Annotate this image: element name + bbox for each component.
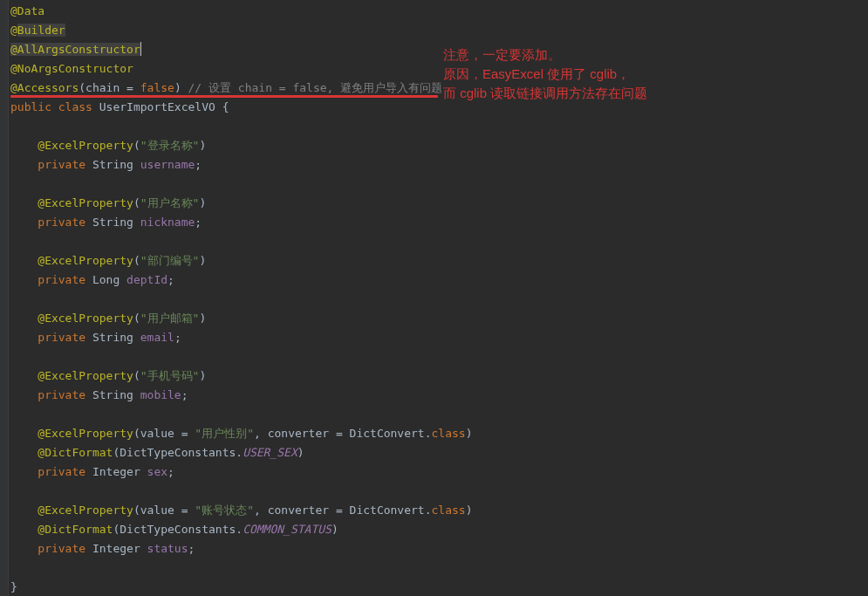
- paren: ): [199, 312, 206, 325]
- type-string: String: [92, 331, 140, 344]
- annotation-accessors: @Accessors: [10, 81, 79, 94]
- code-line: private String nickname;: [10, 213, 868, 232]
- paren: ): [199, 196, 206, 209]
- args: ): [466, 504, 473, 517]
- args: (value =: [133, 427, 195, 440]
- args: (DictTypeConstants.: [113, 523, 243, 536]
- annotation-excelprop: @ExcelProperty: [38, 139, 133, 152]
- param-chain: chain =: [85, 81, 140, 94]
- args: ): [331, 523, 338, 536]
- red-note-line1: 注意，一定要添加。: [443, 45, 561, 65]
- field-nickname: nickname: [140, 216, 195, 229]
- keyword-false: false: [140, 81, 174, 94]
- comment-text: // 设置 chain = false, 避免用户导入有问题: [181, 81, 443, 94]
- args: , converter = DictConvert.: [254, 427, 432, 440]
- paren: (: [133, 254, 140, 267]
- code-line: private Integer status;: [10, 539, 868, 558]
- annotation-builder: Builder: [17, 24, 65, 37]
- paren: ): [199, 369, 206, 382]
- code-line: private Long deptId;: [10, 271, 868, 290]
- kw-private: private: [38, 465, 92, 478]
- code-line: private Integer sex;: [10, 462, 868, 482]
- code-line: private String email;: [10, 328, 868, 347]
- paren: ): [199, 139, 206, 152]
- semi: ;: [188, 542, 195, 555]
- annotation-excelprop: @ExcelProperty: [38, 254, 133, 267]
- args: ): [297, 446, 304, 459]
- paren: (: [133, 139, 140, 152]
- paren: ): [199, 254, 206, 267]
- annotation-noargs: @NoArgsConstructor: [10, 62, 133, 75]
- string-literal: "部门编号": [140, 254, 200, 267]
- kw-private: private: [38, 331, 92, 344]
- code-line: @ExcelProperty("部门编号"): [10, 251, 868, 271]
- const-commonstatus: COMMON_STATUS: [243, 523, 331, 536]
- close-brace: }: [10, 580, 17, 593]
- paren: (: [133, 369, 140, 382]
- blank-line: [10, 558, 868, 578]
- blank-line: [10, 482, 868, 501]
- code-line: @Data: [10, 2, 868, 21]
- type-string: String: [92, 216, 140, 229]
- semi: ;: [195, 216, 202, 229]
- code-line: @ExcelProperty("用户邮箱"): [10, 309, 868, 328]
- kw-private: private: [38, 216, 92, 229]
- kw-class: class: [432, 427, 466, 440]
- paren-close: ): [174, 81, 181, 94]
- red-underline-annotation: [10, 95, 438, 98]
- type-string: String: [92, 388, 140, 401]
- blank-line: [10, 347, 868, 367]
- field-status: status: [147, 542, 188, 555]
- semi: ;: [167, 273, 174, 286]
- kw-private: private: [38, 542, 92, 555]
- code-line: }: [10, 578, 868, 596]
- field-sex: sex: [147, 465, 167, 478]
- type-long: Long: [92, 273, 126, 286]
- const-usersex: USER_SEX: [243, 446, 297, 459]
- annotation-excelprop: @ExcelProperty: [38, 196, 133, 209]
- args: (DictTypeConstants.: [113, 446, 243, 459]
- annotation-excelprop: @ExcelProperty: [38, 427, 133, 440]
- red-note-line3: 而 cglib 读取链接调用方法存在问题: [443, 84, 647, 103]
- blank-line: [10, 232, 868, 251]
- kw-private: private: [38, 388, 92, 401]
- annotation-allargs: @AllArgsConstructor: [10, 43, 140, 56]
- field-deptid: deptId: [126, 273, 167, 286]
- kw-public: public: [10, 100, 58, 113]
- text-cursor: [140, 42, 141, 56]
- open-brace: {: [215, 100, 229, 113]
- blank-line: [10, 405, 868, 424]
- kw-class: class: [432, 504, 466, 517]
- annotation-dictformat: @DictFormat: [38, 446, 113, 459]
- field-email: email: [140, 331, 174, 344]
- field-username: username: [140, 158, 195, 171]
- semi: ;: [181, 388, 188, 401]
- kw-private: private: [38, 158, 92, 171]
- annotation-excelprop: @ExcelProperty: [38, 312, 133, 325]
- type-integer: Integer: [92, 465, 147, 478]
- code-line: private String username;: [10, 155, 868, 175]
- code-line: @Builder: [10, 21, 868, 40]
- kw-class: class: [58, 100, 99, 113]
- string-literal: "手机号码": [140, 369, 200, 382]
- code-line: public class UserImportExcelVO {: [10, 98, 868, 117]
- code-line: private String mobile;: [10, 386, 868, 405]
- paren: (: [133, 312, 140, 325]
- string-literal: "用户邮箱": [140, 312, 200, 325]
- field-mobile: mobile: [140, 388, 181, 401]
- code-line: @ExcelProperty(value = "账号状态", converter…: [10, 501, 868, 520]
- args: ): [466, 427, 473, 440]
- annotation-excelprop: @ExcelProperty: [38, 504, 133, 517]
- annotation-excelprop: @ExcelProperty: [38, 369, 133, 382]
- code-line: @ExcelProperty("手机号码"): [10, 367, 868, 386]
- kw-private: private: [38, 273, 92, 286]
- code-line: @ExcelProperty("登录名称"): [10, 136, 868, 155]
- annotation-data: @Data: [10, 4, 44, 17]
- string-literal: "登录名称": [140, 139, 200, 152]
- code-editor[interactable]: @Data @Builder @AllArgsConstructor @NoAr…: [0, 0, 868, 596]
- string-literal: "用户性别": [195, 427, 254, 440]
- type-string: String: [92, 158, 140, 171]
- annotation-dictformat: @DictFormat: [38, 523, 113, 536]
- code-line: @ExcelProperty(value = "用户性别", converter…: [10, 424, 868, 443]
- blank-line: [10, 175, 868, 194]
